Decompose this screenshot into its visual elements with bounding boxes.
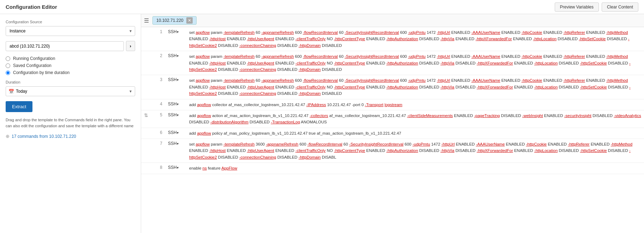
cmd-keyword[interactable]: -httpUserAgent xyxy=(247,85,274,89)
cmd-keyword[interactable]: -httpDomain xyxy=(299,155,321,159)
row-ssh-label[interactable]: SSH▾ xyxy=(165,139,186,163)
cmd-keyword[interactable]: -httpAuthorization xyxy=(386,148,418,153)
ssh-label[interactable]: SSH▾ xyxy=(168,53,179,58)
cmd-keyword[interactable]: -httpLocation xyxy=(533,37,557,41)
commands-count-link[interactable]: ⊕ 17 commands from 10.102.71.220 xyxy=(6,134,135,139)
cmd-keyword[interactable]: -httpUserAgent xyxy=(247,148,274,153)
ssh-label[interactable]: SSH▾ xyxy=(168,102,179,106)
row-ssh-label[interactable]: SSH▾ xyxy=(165,163,186,174)
cmd-keyword[interactable]: -httpMethod xyxy=(606,78,628,82)
cmd-keyword[interactable]: appflow xyxy=(196,78,210,82)
preview-variables-button[interactable]: Preview Variables xyxy=(555,2,599,12)
cmd-keyword[interactable]: -AAAUserName xyxy=(471,30,500,35)
cmd-keyword[interactable]: -httpHost xyxy=(209,148,226,153)
cmd-keyword[interactable]: -appnameRefresh xyxy=(266,142,298,146)
ssh-label[interactable]: SSH▾ xyxy=(168,130,179,135)
radio-saved-config-input[interactable] xyxy=(6,63,10,68)
cmd-keyword[interactable]: -udpPmtu xyxy=(408,78,426,82)
cmd-keyword[interactable]: -clientTrafficOnly xyxy=(295,61,326,65)
cmd-keyword[interactable]: -httpCookie xyxy=(522,54,542,59)
cmd-keyword[interactable]: -httpLocation xyxy=(534,61,558,65)
instance-go-button[interactable]: › xyxy=(126,41,135,51)
cmd-keyword[interactable]: -httpDomain xyxy=(299,67,321,72)
cmd-keyword[interactable]: -httpSetCookie xyxy=(580,148,607,153)
cmd-keyword[interactable]: -httpAuthorization xyxy=(386,85,418,89)
cmd-keyword[interactable]: -httpDomain xyxy=(299,91,321,96)
cmd-keyword[interactable]: -httpHost xyxy=(209,61,226,65)
cmd-keyword[interactable]: -connectionChaining xyxy=(239,43,276,48)
cmd-keyword[interactable]: -httpCookie xyxy=(522,30,542,35)
cmd-keyword[interactable]: appflow xyxy=(196,30,210,35)
radio-duration-config-input[interactable] xyxy=(6,70,10,75)
cmd-keyword[interactable]: -Transport xyxy=(365,103,384,107)
tab-close-button[interactable]: ✕ xyxy=(186,17,193,24)
cmd-keyword[interactable]: -connectionChaining xyxy=(239,67,276,72)
cmd-keyword[interactable]: appflow xyxy=(196,54,210,59)
cmd-keyword[interactable]: -httpHost xyxy=(209,37,226,41)
cmd-keyword[interactable]: -SecurityInsightRecordInterval xyxy=(345,78,399,82)
cmd-keyword[interactable]: logstream xyxy=(385,103,403,107)
cmd-keyword[interactable]: -httpContentType xyxy=(334,148,365,153)
cmd-keyword[interactable]: AppFlow xyxy=(221,166,237,170)
hamburger-icon[interactable]: ☰ xyxy=(144,17,149,24)
cmd-keyword[interactable]: appflow xyxy=(197,103,211,107)
cmd-keyword[interactable]: -appnameRefresh xyxy=(261,30,294,35)
cmd-keyword[interactable]: -webInsight xyxy=(522,114,543,118)
instance-input[interactable] xyxy=(6,41,124,51)
cmd-keyword[interactable]: -clientTrafficOnly xyxy=(295,85,326,89)
ssh-label[interactable]: SSH▾ xyxy=(168,29,179,34)
cmd-keyword[interactable]: -httpContentType xyxy=(334,61,365,65)
cmd-keyword[interactable]: -clientTrafficOnly xyxy=(295,37,326,41)
cmd-keyword[interactable]: appflow xyxy=(197,114,211,118)
cmd-keyword[interactable]: -httpCookie xyxy=(522,78,542,82)
cmd-keyword[interactable]: -securityInsight xyxy=(564,114,591,118)
cmd-keyword[interactable]: -httpUserAgent xyxy=(247,61,274,65)
cmd-keyword[interactable]: -httpSetCookie xyxy=(579,37,606,41)
radio-running-config-input[interactable] xyxy=(6,56,10,61)
cmd-keyword[interactable]: -httpContentType xyxy=(334,37,365,41)
duration-select[interactable]: Today Yesterday Last 7 days Last 30 days xyxy=(6,86,135,96)
tab-pill[interactable]: 10.102.71.220 ✕ xyxy=(152,16,197,25)
cmd-keyword[interactable]: appflow xyxy=(197,131,211,135)
cmd-keyword[interactable]: -pageTracking xyxy=(474,114,500,118)
cmd-keyword[interactable]: -httpAuthorization xyxy=(386,37,418,41)
cmd-keyword[interactable]: -videoAnalytics xyxy=(614,114,641,118)
cmd-keyword[interactable]: -httpVia xyxy=(440,85,454,89)
cmd-keyword[interactable]: -SecurityInsightRecordInterval xyxy=(349,142,403,146)
cmd-keyword[interactable]: -distributionAlgorithm xyxy=(210,120,248,124)
radio-running-config[interactable]: Running Configuration xyxy=(6,56,135,61)
row-ssh-label[interactable]: SSH▾ xyxy=(165,110,186,128)
cmd-keyword[interactable]: -httpUrl xyxy=(437,54,450,59)
cmd-keyword[interactable]: -templateRefresh xyxy=(223,142,254,146)
ssh-label[interactable]: SSH▾ xyxy=(168,112,179,117)
row-ssh-label[interactable]: SSH▾ xyxy=(165,128,186,139)
cmd-keyword[interactable]: -httpUrl xyxy=(441,142,455,146)
cmd-keyword[interactable]: -AAAUserName xyxy=(471,54,500,59)
cmd-keyword[interactable]: -httpCookie xyxy=(526,142,547,146)
cmd-keyword[interactable]: appflow xyxy=(196,142,210,146)
row-ssh-label[interactable]: SSH▾ xyxy=(165,27,186,51)
cmd-keyword[interactable]: -templateRefresh xyxy=(223,78,254,82)
cmd-keyword[interactable]: -flowRecordInterval xyxy=(303,30,338,35)
cmd-keyword[interactable]: -httpReferer xyxy=(564,78,585,82)
row-ssh-label[interactable]: SSH▾ xyxy=(165,75,186,99)
cmd-keyword[interactable]: -httpUrl xyxy=(437,78,450,82)
cmd-keyword[interactable]: -httpUrl xyxy=(437,30,450,35)
cmd-keyword[interactable]: -httpHost xyxy=(209,85,226,89)
cmd-keyword[interactable]: -collectors xyxy=(309,114,328,118)
cmd-keyword[interactable]: -AAAUserName xyxy=(476,142,505,146)
cmd-keyword[interactable]: -templateRefresh xyxy=(223,30,254,35)
row-ssh-label[interactable]: SSH▾ xyxy=(165,99,186,110)
cmd-keyword[interactable]: -connectionChaining xyxy=(239,91,276,96)
cmd-keyword[interactable]: -udpPmtu xyxy=(408,54,426,59)
cmd-keyword[interactable]: -httpReferer xyxy=(564,54,585,59)
cmd-keyword[interactable]: -httpVia xyxy=(440,148,454,153)
cmd-keyword[interactable]: -flowRecordInterval xyxy=(307,142,342,146)
cmd-keyword[interactable]: -httpReferer xyxy=(564,30,585,35)
ssh-label[interactable]: SSH▾ xyxy=(168,77,179,82)
cmd-keyword[interactable]: -httpMethod xyxy=(606,54,628,59)
cmd-keyword[interactable]: -httpAuthorization xyxy=(386,61,418,65)
cmd-keyword[interactable]: -httpReferer xyxy=(568,142,589,146)
ssh-label[interactable]: SSH▾ xyxy=(168,165,179,170)
cmd-keyword[interactable]: ns xyxy=(203,166,207,170)
